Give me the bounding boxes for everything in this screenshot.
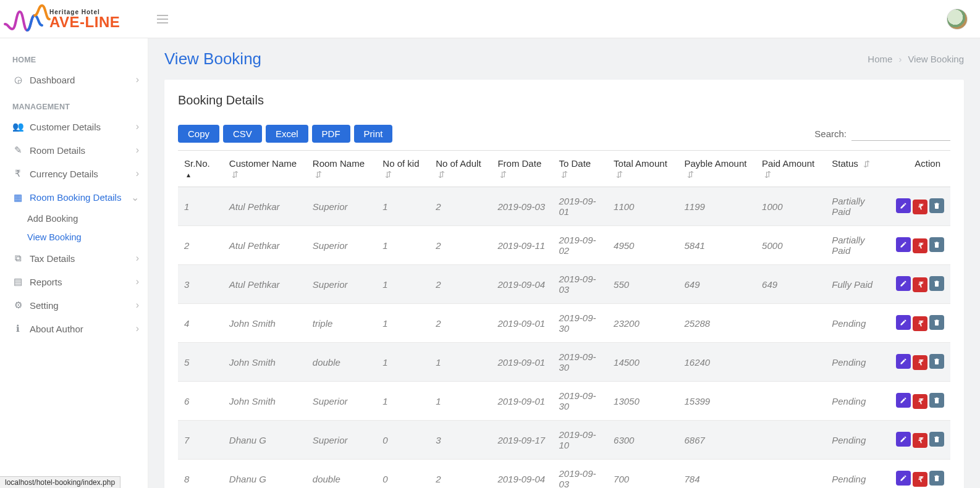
delete-button[interactable] (929, 237, 944, 252)
sidebar-item-room-booking-details[interactable]: ▦Room Booking Details⌄ (0, 185, 148, 209)
column-header[interactable]: Customer Name (223, 151, 306, 187)
pencil-icon (900, 435, 907, 443)
edit-button[interactable] (896, 354, 911, 369)
delete-button[interactable] (929, 198, 944, 213)
pdf-button[interactable]: PDF (312, 125, 350, 143)
column-header[interactable]: Room Name (306, 151, 377, 187)
chevron-right-icon: › (136, 74, 139, 85)
chevron-right-icon: › (136, 121, 139, 132)
trash-icon (933, 241, 940, 248)
delete-button[interactable] (929, 471, 944, 486)
sidebar-subitem-view-booking[interactable]: View Booking (0, 228, 148, 246)
delete-button[interactable] (929, 393, 944, 408)
column-label: Status (832, 158, 858, 169)
breadcrumb: Home › View Booking (868, 54, 964, 64)
cell-total: 700 (607, 460, 678, 489)
cell-customer: Dhanu G (223, 421, 306, 460)
cell-adult: 2 (429, 460, 491, 489)
cell-from: 2019-09-01 (491, 343, 552, 382)
bookings-table: Sr.No. Customer Name Room Name No of kid… (178, 150, 950, 488)
sidebar-group-label: HOME (0, 52, 148, 68)
cell-status: Pending (826, 421, 888, 460)
cell-room: triple (306, 304, 377, 343)
cell-room: double (306, 460, 377, 489)
rupee-icon: ₹ (918, 475, 923, 484)
delete-button[interactable] (929, 354, 944, 369)
column-header[interactable]: Payble Amount (678, 151, 756, 187)
column-header[interactable]: Status (826, 151, 888, 187)
delete-button[interactable] (929, 276, 944, 291)
edit-button[interactable] (896, 198, 911, 213)
avatar[interactable] (947, 9, 968, 30)
column-label: Payble Amount (685, 158, 747, 169)
payment-button[interactable]: ₹ (913, 472, 927, 487)
sort-icon (863, 160, 870, 168)
cell-room: Superior (306, 265, 377, 304)
edit-button[interactable] (896, 237, 911, 252)
delete-button[interactable] (929, 315, 944, 330)
sort-icon (500, 170, 507, 179)
column-header[interactable]: Action (888, 151, 950, 187)
column-header[interactable]: No of Adult (429, 151, 491, 187)
print-button[interactable]: Print (354, 125, 393, 143)
cell-sr: 2 (178, 226, 223, 265)
cell-payable: 1199 (678, 187, 756, 226)
sidebar-item-currency-details[interactable]: ₹Currency Details› (0, 162, 148, 185)
cell-sr: 1 (178, 187, 223, 226)
cell-to: 2019-09-10 (552, 421, 607, 460)
payment-button[interactable]: ₹ (913, 316, 927, 331)
cell-to: 2019-09-03 (552, 265, 607, 304)
payment-button[interactable]: ₹ (913, 200, 927, 214)
cell-payable: 15399 (678, 382, 756, 421)
payment-button[interactable]: ₹ (913, 238, 927, 253)
column-header[interactable]: Total Amount (607, 151, 678, 187)
edit-button[interactable] (896, 432, 911, 447)
cell-to: 2019-09-01 (552, 187, 607, 226)
column-header[interactable]: Sr.No. (178, 151, 223, 187)
sidebar-item-tax-details[interactable]: ⧉Tax Details› (0, 246, 148, 270)
column-header[interactable]: From Date (491, 151, 552, 187)
payment-button[interactable]: ₹ (913, 277, 927, 292)
search-input[interactable] (851, 127, 950, 141)
edit-button[interactable] (896, 471, 911, 486)
table-row: 5John Smithdouble112019-09-012019-09-301… (178, 343, 950, 382)
column-header[interactable]: To Date (552, 151, 607, 187)
brand[interactable]: Heritage Hotel AVE-LINE (0, 0, 148, 38)
edit-button[interactable] (896, 276, 911, 291)
chevron-right-icon: › (136, 168, 139, 179)
sort-icon (764, 170, 771, 179)
cell-payable: 784 (678, 460, 756, 489)
sidebar-subitem-add-booking[interactable]: Add Booking (0, 209, 148, 228)
cell-customer: John Smith (223, 304, 306, 343)
export-button-group: CopyCSVExcelPDFPrint (178, 125, 392, 143)
copy-button[interactable]: Copy (178, 125, 219, 143)
edit-button[interactable] (896, 315, 911, 330)
delete-button[interactable] (929, 432, 944, 447)
cell-total: 4950 (607, 226, 678, 265)
payment-button[interactable]: ₹ (913, 355, 927, 370)
cell-sr: 4 (178, 304, 223, 343)
sidebar-item-about-author[interactable]: ℹAbout Author› (0, 317, 148, 340)
sidebar-item-customer-details[interactable]: 👥Customer Details› (0, 115, 148, 138)
cell-paid (756, 382, 826, 421)
trash-icon (933, 202, 940, 209)
cell-to: 2019-09-30 (552, 382, 607, 421)
column-header[interactable]: Paid Amount (756, 151, 826, 187)
cell-status: Partially Paid (826, 226, 888, 265)
payment-button[interactable]: ₹ (913, 433, 927, 448)
edit-button[interactable] (896, 393, 911, 408)
breadcrumb-item[interactable]: Home (868, 54, 892, 64)
csv-button[interactable]: CSV (223, 125, 262, 143)
column-header[interactable]: No of kid (376, 151, 429, 187)
sort-icon (438, 170, 445, 179)
excel-button[interactable]: Excel (266, 125, 308, 143)
cell-total: 13050 (607, 382, 678, 421)
sidebar-item-setting[interactable]: ⚙Setting› (0, 293, 148, 317)
sidebar-item-reports[interactable]: ▤Reports› (0, 270, 148, 293)
menu-toggle-icon[interactable] (157, 12, 172, 27)
cell-to: 2019-09-02 (552, 226, 607, 265)
payment-button[interactable]: ₹ (913, 394, 927, 409)
sidebar-item-dashboard[interactable]: ◶Dashboard› (0, 68, 148, 91)
sidebar-item-room-details[interactable]: ✎Room Details› (0, 138, 148, 162)
sidebar-item-label: Room Booking Details (30, 192, 131, 203)
